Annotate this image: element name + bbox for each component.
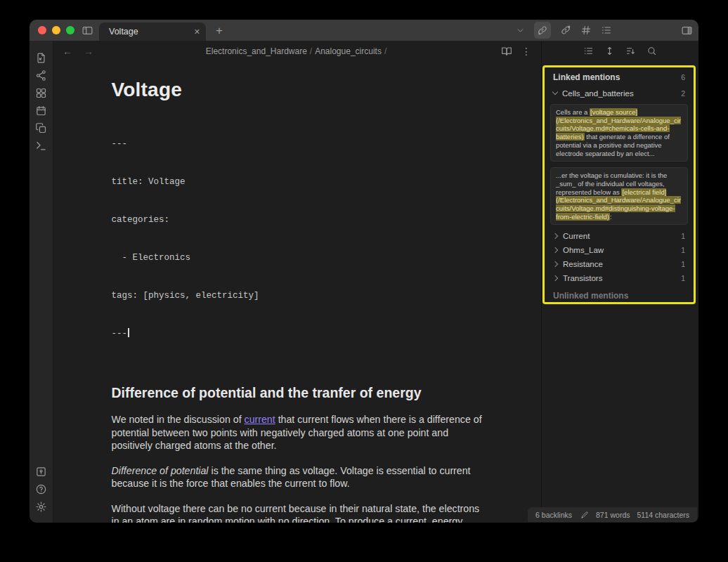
- frontmatter-line: ---: [112, 138, 484, 150]
- frontmatter-line: ---: [112, 327, 484, 340]
- tab-close-icon[interactable]: ✕: [194, 27, 200, 37]
- backlink-group-cells-and-batteries[interactable]: Cells_and_batteries 2: [545, 88, 694, 98]
- graph-view-icon[interactable]: [33, 67, 50, 84]
- terminal-icon[interactable]: [33, 137, 50, 154]
- chevron-down-icon[interactable]: [516, 26, 525, 35]
- linked-mentions-pane: Linked mentions 6 Cells_and_batteries 2 …: [542, 65, 696, 304]
- chevron-right-icon: [552, 233, 558, 239]
- paragraph: Without voltage there can be no current …: [112, 502, 484, 523]
- frontmatter-line: title: Voltage: [112, 176, 484, 188]
- right-sidebar-toggle-icon[interactable]: [681, 25, 693, 37]
- copy-templates-icon[interactable]: [33, 119, 50, 136]
- tab-voltage[interactable]: Voltage ✕: [99, 22, 206, 41]
- minimize-window-button[interactable]: [52, 26, 60, 34]
- navigate-forward-icon[interactable]: →: [84, 46, 93, 57]
- backlink-result[interactable]: ...er the voltage is cumulative: it is t…: [550, 167, 688, 225]
- tab-bar: Voltage ✕ +: [30, 20, 698, 41]
- status-bar: 6 backlinks 871 words 5114 characters: [528, 507, 697, 522]
- search-icon[interactable]: [646, 46, 657, 56]
- linked-mentions-count: 6: [681, 73, 685, 81]
- settings-gear-icon[interactable]: [33, 498, 50, 515]
- navigate-back-icon[interactable]: ←: [63, 46, 72, 57]
- text-cursor: [128, 328, 129, 337]
- right-sidebar: Linked mentions 6 Cells_and_batteries 2 …: [541, 41, 698, 523]
- obsidian-window: Voltage ✕ +: [30, 20, 698, 523]
- group-count: 2: [681, 89, 685, 98]
- collapsed-backlink-list: Current 1 Ohms_Law 1 Resistance 1 Transi…: [545, 229, 694, 285]
- tags-tab-icon[interactable]: [580, 25, 592, 36]
- backlink-group-current[interactable]: Current 1: [545, 229, 694, 243]
- note-title[interactable]: Voltage: [112, 79, 484, 101]
- unlinked-mentions-header[interactable]: Unlinked mentions: [545, 291, 694, 301]
- reading-view-book-icon[interactable]: [501, 46, 512, 57]
- frontmatter-block[interactable]: --- title: Voltage categories: - Electro…: [112, 112, 484, 365]
- backlinks-count[interactable]: 6 backlinks: [535, 511, 572, 519]
- chevron-right-icon: [552, 275, 558, 281]
- linked-mentions-title: Linked mentions: [553, 72, 620, 82]
- left-ribbon: [30, 41, 53, 523]
- section-heading: Difference of potential and the tranfer …: [112, 385, 484, 401]
- right-sidebar-tab-icons: [516, 22, 698, 39]
- backlink-group-transistors[interactable]: Transistors 1: [545, 271, 694, 285]
- sort-order-icon[interactable]: [625, 46, 636, 56]
- character-count: 5114 characters: [637, 511, 689, 519]
- more-options-kebab-icon[interactable]: ⋮: [521, 46, 531, 57]
- window-controls: [30, 26, 74, 34]
- internal-link-current[interactable]: current: [245, 414, 275, 425]
- close-window-button[interactable]: [38, 26, 46, 34]
- chevron-right-icon: [552, 261, 558, 267]
- bullet-list-icon[interactable]: [583, 46, 594, 56]
- editor-header: ← → Electronics_and_Hardware/Analogue_ci…: [54, 41, 541, 62]
- frontmatter-line: tags: [physics, electricity]: [112, 289, 484, 302]
- backlink-group-resistance[interactable]: Resistance 1: [545, 257, 694, 271]
- zoom-window-button[interactable]: [66, 26, 74, 34]
- chevron-right-icon: [552, 247, 558, 253]
- note-file-icon[interactable]: [33, 49, 50, 66]
- chevron-down-icon: [552, 89, 558, 95]
- backlink-group-ohms-law[interactable]: Ohms_Law 1: [545, 243, 694, 257]
- linked-mentions-header: Linked mentions 6: [545, 72, 694, 82]
- outline-tab-icon[interactable]: [601, 25, 612, 36]
- vault-switcher-icon[interactable]: [33, 463, 50, 480]
- new-tab-button[interactable]: +: [216, 25, 223, 37]
- word-count: 871 words: [596, 511, 630, 519]
- backlinks-pane-toolbar: [542, 41, 698, 60]
- calendar-icon[interactable]: [33, 102, 50, 119]
- expand-collapse-icon[interactable]: [604, 46, 615, 56]
- frontmatter-line: categories:: [112, 214, 484, 226]
- breadcrumb-separator: /: [307, 46, 315, 56]
- ribbon-bottom-group: [33, 463, 50, 516]
- paragraph: Difference of potential is the same thin…: [112, 464, 484, 490]
- backlink-result[interactable]: Cells are a [voltage source](/Electronic…: [550, 104, 688, 162]
- breadcrumb-subfolder[interactable]: Analogue_circuits: [315, 46, 382, 56]
- backlinks-tab-icon[interactable]: [534, 22, 551, 39]
- breadcrumb: Electronics_and_Hardware/Analogue_circui…: [54, 46, 541, 56]
- editor-content[interactable]: Voltage --- title: Voltage categories: -…: [54, 62, 541, 523]
- paragraph: We noted in the discussion of current th…: [112, 413, 484, 452]
- help-icon[interactable]: [33, 481, 50, 497]
- tab-title: Voltage: [109, 27, 194, 37]
- left-sidebar-toggle-icon[interactable]: [82, 25, 93, 37]
- breadcrumb-separator: /: [382, 46, 389, 56]
- canvas-grid-icon[interactable]: [33, 84, 50, 101]
- edit-pencil-icon: [580, 511, 589, 519]
- breadcrumb-folder[interactable]: Electronics_and_Hardware: [206, 46, 307, 56]
- frontmatter-line: - Electronics: [112, 251, 484, 264]
- outgoing-links-tab-icon[interactable]: [560, 25, 571, 36]
